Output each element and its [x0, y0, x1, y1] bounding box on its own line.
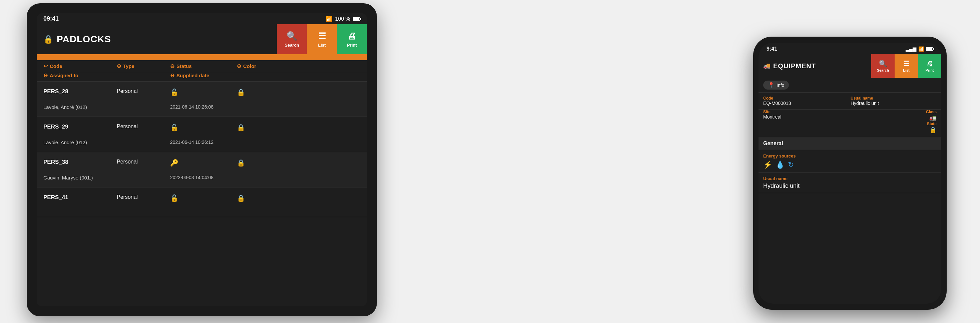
sort-code-icon[interactable]: ↩ [43, 63, 48, 69]
col-supplied-label: Supplied date [177, 73, 209, 78]
phone-header: 🚚 EQUIPMENT 🔍 Search ☰ List 🖨 Print [759, 54, 941, 78]
phone-list-button[interactable]: ☰ List [895, 54, 918, 78]
table-row[interactable]: PERS_38 Personal 🔑 🔒 Gauvin, Maryse (001… [37, 152, 367, 187]
col-status: ⊖ Status [170, 63, 237, 69]
lightning-icon: ⚡ [763, 160, 772, 169]
phone-list-icon: ☰ [903, 60, 909, 68]
col-type-label: Type [123, 63, 134, 69]
list-label: List [318, 43, 326, 48]
water-icon: 💧 [776, 160, 784, 169]
row1-assigned: Lavoie, André (012) [43, 101, 117, 113]
row4-color-icon: 🔒 [237, 191, 290, 206]
general-label: General [763, 141, 783, 146]
row3-date: 2022-03-03 14:04:08 [170, 171, 237, 184]
usual-name-section-value: Hydraulic unit [763, 182, 937, 190]
row4-code: PERS_41 [43, 191, 117, 206]
row4-assigned [43, 207, 117, 214]
code-value: EQ-M000013 [763, 101, 849, 106]
row4-date [170, 207, 237, 214]
col-color: ⊖ Color [237, 63, 290, 69]
table-row[interactable]: PERS_28 Personal 🔓 🔒 Lavoie, André (012)… [37, 82, 367, 117]
table-subheader: ⊖ Assigned to ⊖ Supplied date [37, 72, 367, 82]
col-assigned-label: Assigned to [50, 73, 78, 78]
info-tab-badge[interactable]: 📍 Info [763, 81, 789, 90]
col-type: ⊖ Type [117, 63, 170, 69]
sort-assigned-icon[interactable]: ⊖ [43, 72, 48, 79]
row1-type: Personal [117, 85, 170, 100]
row1-code: PERS_28 [43, 85, 117, 100]
tablet-toolbar: 🔍 Search ☰ List 🖨 Print [277, 24, 367, 54]
col-blank1 [117, 72, 170, 79]
row3-blank [117, 171, 170, 184]
list-button[interactable]: ☰ List [307, 24, 337, 54]
tablet-battery-icon [353, 17, 360, 21]
print-icon: 🖨 [348, 31, 356, 41]
phone-list-label: List [903, 68, 910, 72]
row4-status-icon: 🔓 [170, 191, 237, 206]
row3-code: PERS_38 [43, 155, 117, 170]
equipment-info-grid: Code EQ-M000013 Usual name Hydraulic uni… [759, 93, 941, 109]
row2-date: 2021-06-14 10:26:12 [170, 136, 237, 149]
equipment-site-row: Site Montreal Class 🚛 State 🔒 [759, 109, 941, 137]
phone-screen: 9:41 ▂▄▆ 📶 🚚 EQUIPMENT 🔍 Search ☰ List [759, 43, 941, 304]
phone-search-icon: 🔍 [879, 60, 887, 68]
site-value: Montreal [763, 114, 850, 120]
row4-blank [117, 207, 170, 214]
sort-color-icon[interactable]: ⊖ [237, 63, 241, 69]
table-row[interactable]: PERS_29 Personal 🔓 🔒 Lavoie, André (012)… [37, 117, 367, 152]
phone-battery-icon [926, 47, 933, 51]
class-label: Class [850, 109, 937, 114]
row1-status-icon: 🔓 [170, 85, 237, 100]
rotate-icon: ↻ [788, 160, 794, 169]
code-block: Code EQ-M000013 [763, 96, 849, 106]
search-button[interactable]: 🔍 Search [277, 24, 307, 54]
search-icon: 🔍 [286, 31, 297, 41]
tablet-header: 🔒 PADLOCKS 🔍 Search ☰ List 🖨 Print [37, 24, 367, 54]
list-icon: ☰ [318, 31, 326, 41]
energy-sources-label: Energy sources [763, 154, 937, 158]
table-row[interactable]: PERS_41 Personal 🔓 🔒 [37, 187, 367, 217]
equipment-icon: 🚚 [763, 62, 770, 70]
row2-status-icon: 🔓 [170, 120, 237, 135]
phone-print-button[interactable]: 🖨 Print [918, 54, 941, 78]
sort-supplied-icon[interactable]: ⊖ [170, 72, 175, 79]
usual-name-block: Usual name Hydraulic unit [851, 96, 937, 106]
phone-info-tab: 📍 Info [759, 78, 941, 93]
row2-assigned: Lavoie, André (012) [43, 136, 117, 149]
usual-name-label: Usual name [851, 96, 937, 101]
row3-color-icon: 🔒 [237, 155, 290, 170]
location-icon: 📍 [768, 82, 775, 88]
row2-type: Personal [117, 120, 170, 135]
tablet-screen: 09:41 📶 100 % 🔒 PADLOCKS 🔍 Search ☰ Li [37, 13, 367, 306]
row1-color-icon: 🔒 [237, 85, 290, 100]
energy-icons: ⚡ 💧 ↻ [763, 160, 937, 169]
print-button[interactable]: 🖨 Print [337, 24, 367, 54]
tablet-page-title: PADLOCKS [57, 34, 111, 44]
usual-name-section: Usual name Hydraulic unit [759, 173, 941, 193]
row1-blank2 [237, 101, 290, 113]
sort-type-icon[interactable]: ⊖ [117, 63, 121, 69]
table-rows: PERS_28 Personal 🔓 🔒 Lavoie, André (012)… [37, 82, 367, 306]
sort-status-icon[interactable]: ⊖ [170, 63, 175, 69]
energy-section: Energy sources ⚡ 💧 ↻ [759, 150, 941, 173]
row4-type: Personal [117, 191, 170, 206]
table-header: ↩ Code ⊖ Type ⊖ Status ⊖ Color [37, 60, 367, 72]
phone-time: 9:41 [767, 46, 777, 52]
phone-title-area: 🚚 EQUIPMENT [763, 54, 871, 78]
phone-wifi-icon: 📶 [918, 46, 924, 52]
col-blank2 [237, 72, 290, 79]
site-label: Site [763, 109, 850, 114]
row2-blank2 [237, 136, 290, 149]
tablet-battery-percent: 100 % [335, 16, 350, 22]
state-label: State [850, 122, 937, 126]
phone-print-label: Print [925, 68, 934, 72]
row3-blank2 [237, 171, 290, 184]
tablet-status-bar: 09:41 📶 100 % [37, 13, 367, 24]
tablet-device: 09:41 📶 100 % 🔒 PADLOCKS 🔍 Search ☰ Li [27, 3, 377, 316]
phone-search-button[interactable]: 🔍 Search [871, 54, 895, 78]
row3-status-icon: 🔑 [170, 155, 237, 170]
phone-print-icon: 🖨 [926, 60, 933, 68]
row2-blank [117, 136, 170, 149]
code-label: Code [763, 96, 849, 101]
info-tab-label: Info [776, 82, 784, 88]
